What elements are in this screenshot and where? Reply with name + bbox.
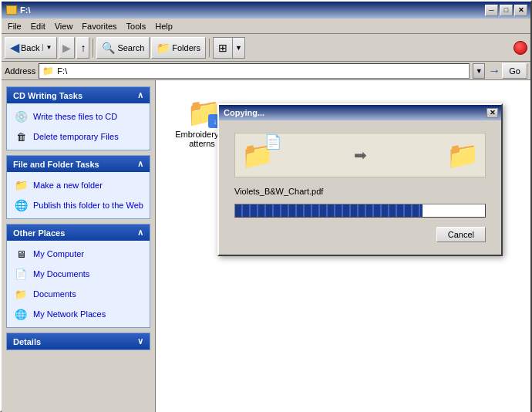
other-places-collapse-icon: ∧	[137, 228, 143, 238]
my-documents-item[interactable]: 📄 My Documents	[13, 265, 143, 282]
transfer-arrow-icon: ➡	[354, 146, 367, 164]
copy-dialog: Copying... ✕ 📁 📄 ➡	[217, 103, 503, 256]
dialog-title: Copying...	[224, 108, 264, 117]
address-input-container[interactable]: 📁 F:\	[39, 63, 470, 79]
write-cd-item[interactable]: 💿 Write these files to CD	[13, 108, 143, 125]
go-button[interactable]: Go	[502, 63, 527, 79]
cd-writing-body: 💿 Write these files to CD 🗑 Delete tempo…	[7, 103, 150, 150]
delete-temp-item[interactable]: 🗑 Delete temporary Files	[13, 128, 143, 145]
menu-tools[interactable]: Tools	[122, 20, 151, 32]
separator-1	[93, 39, 93, 57]
dialog-close-button[interactable]: ✕	[487, 108, 498, 118]
source-folder: 📁 📄	[241, 140, 274, 171]
forward-button[interactable]: ▶	[59, 37, 75, 59]
menu-favorites[interactable]: Favorites	[77, 20, 121, 32]
menubar: File Edit View Favorites Tools Help	[2, 19, 530, 34]
close-button[interactable]: ✕	[514, 5, 527, 16]
go-arrow-icon: →	[488, 64, 500, 78]
my-documents-label: My Documents	[33, 269, 89, 279]
back-dropdown-icon[interactable]: ▼	[42, 44, 52, 51]
cancel-row: Cancel	[234, 227, 486, 242]
transfer-arrows: ➡	[274, 146, 446, 164]
cancel-button[interactable]: Cancel	[436, 227, 486, 242]
search-label: Search	[117, 43, 144, 52]
details-header[interactable]: Details ∨	[7, 333, 150, 350]
back-button[interactable]: ◀ Back ▼	[5, 37, 57, 59]
folders-label: Folders	[172, 43, 200, 52]
details-title: Details	[13, 337, 41, 346]
new-folder-item[interactable]: 📁 Make a new folder	[13, 177, 143, 194]
details-collapse-icon: ∨	[137, 336, 143, 346]
new-folder-icon: 📁	[13, 177, 29, 193]
my-computer-icon: 🖥	[13, 246, 29, 262]
toolbar: ◀ Back ▼ ▶ ↑ 🔍 Search 📁 Folders ⊞	[2, 34, 530, 62]
new-folder-label: Make a new folder	[33, 181, 103, 190]
left-panel: CD Writing Tasks ∧ 💿 Write these files t…	[2, 80, 156, 412]
menu-file[interactable]: File	[3, 20, 26, 32]
titlebar: F:\ ─ □ ✕	[2, 2, 530, 19]
my-computer-label: My Computer	[33, 249, 84, 258]
menu-help[interactable]: Help	[150, 20, 177, 32]
main-area: CD Writing Tasks ∧ 💿 Write these files t…	[2, 80, 530, 412]
dialog-titlebar: Copying... ✕	[219, 105, 501, 120]
menu-edit[interactable]: Edit	[26, 20, 50, 32]
titlebar-buttons: ─ □ ✕	[485, 5, 527, 16]
my-network-label: My Network Places	[33, 309, 106, 319]
delete-temp-icon: 🗑	[13, 129, 29, 144]
folders-button[interactable]: 📁 Folders	[151, 37, 206, 59]
cd-writing-title: CD Writing Tasks	[13, 91, 82, 100]
search-icon: 🔍	[102, 42, 115, 54]
minimize-button[interactable]: ─	[485, 5, 498, 16]
search-button[interactable]: 🔍 Search	[96, 37, 150, 59]
file-transfer-visual: 📁 📄 ➡ 📁	[234, 133, 486, 177]
other-places-body: 🖥 My Computer 📄 My Documents 📁 Documents…	[7, 241, 150, 327]
cd-writing-collapse-icon: ∧	[137, 90, 143, 100]
other-places-header[interactable]: Other Places ∧	[7, 225, 150, 241]
publish-folder-label: Publish this folder to the Web	[33, 201, 143, 210]
my-network-icon: 🌐	[13, 306, 29, 322]
cd-writing-header[interactable]: CD Writing Tasks ∧	[7, 87, 150, 103]
delete-temp-label: Delete temporary Files	[33, 132, 119, 141]
titlebar-left: F:\	[6, 5, 30, 15]
other-places-title: Other Places	[13, 228, 65, 238]
window-icon	[6, 5, 17, 15]
documents-label: Documents	[33, 289, 76, 299]
documents-item[interactable]: 📁 Documents	[13, 285, 143, 302]
views-icon: ⊞	[218, 42, 227, 54]
window-title: F:\	[20, 5, 30, 15]
file-folder-collapse-icon: ∧	[137, 159, 143, 169]
separator-2	[209, 39, 210, 57]
source-document-icon: 📄	[264, 133, 281, 150]
address-dropdown-button[interactable]: ▼	[473, 63, 485, 79]
copying-filename: Violets_B&W_Chart.pdf	[234, 187, 486, 196]
my-network-item[interactable]: 🌐 My Network Places	[13, 306, 143, 323]
my-computer-item[interactable]: 🖥 My Computer	[13, 245, 143, 262]
menu-view[interactable]: View	[50, 20, 78, 32]
progress-bar-container	[234, 204, 486, 218]
address-folder-icon: 📁	[42, 66, 54, 76]
publish-folder-item[interactable]: 🌐 Publish this folder to the Web	[13, 197, 143, 214]
back-label: Back	[21, 43, 39, 52]
destination-folder: 📁	[446, 140, 479, 171]
dialog-body: 📁 📄 ➡ 📁 Violets_B&W_Chart.pdf	[219, 120, 501, 255]
explorer-window: F:\ ─ □ ✕ File Edit View Favorites Tools…	[0, 0, 532, 412]
write-cd-label: Write these files to CD	[33, 112, 117, 121]
up-button[interactable]: ↑	[76, 37, 89, 59]
cd-writing-section: CD Writing Tasks ∧ 💿 Write these files t…	[6, 86, 150, 150]
folders-icon: 📁	[157, 42, 170, 54]
views-button[interactable]: ⊞ ▼	[213, 37, 245, 59]
my-documents-icon: 📄	[13, 266, 29, 282]
folder-icon-container: 📁 ↓	[187, 99, 217, 127]
maximize-button[interactable]: □	[500, 5, 513, 16]
file-folder-body: 📁 Make a new folder 🌐 Publish this folde…	[7, 172, 150, 218]
file-folder-header[interactable]: File and Folder Tasks ∧	[7, 156, 150, 172]
views-dropdown-icon[interactable]: ▼	[233, 38, 244, 58]
xp-orb	[513, 41, 527, 55]
details-section: Details ∨	[6, 333, 150, 350]
progress-bar-fill	[235, 204, 423, 217]
xp-logo-area	[247, 41, 527, 55]
file-folder-section: File and Folder Tasks ∧ 📁 Make a new fol…	[6, 155, 150, 219]
file-folder-title: File and Folder Tasks	[13, 160, 99, 169]
other-places-section: Other Places ∧ 🖥 My Computer 📄 My Docume…	[6, 224, 150, 328]
views-main[interactable]: ⊞	[214, 38, 233, 58]
